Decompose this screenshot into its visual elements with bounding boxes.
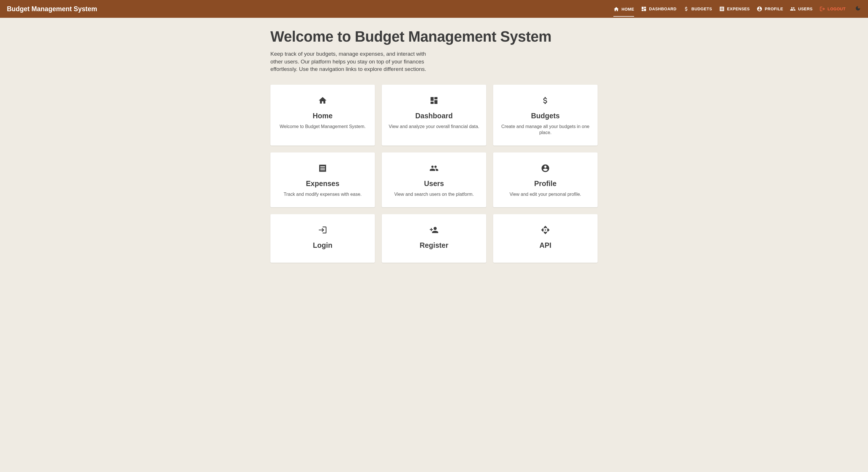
card-title: API xyxy=(500,241,591,249)
dashboard-icon xyxy=(641,6,647,12)
dashboard-icon xyxy=(429,96,439,106)
nav-label: LOGOUT xyxy=(828,7,846,11)
account-circle-icon xyxy=(540,164,550,173)
account-circle-icon xyxy=(756,6,763,12)
person-add-icon xyxy=(429,225,439,235)
card-title: Budgets xyxy=(500,112,591,120)
card-profile[interactable]: Profile View and edit your personal prof… xyxy=(493,152,598,207)
receipt-icon xyxy=(318,164,328,173)
card-expenses[interactable]: Expenses Track and modify expenses with … xyxy=(270,152,375,207)
card-description: Create and manage all your budgets in on… xyxy=(500,123,591,136)
card-title: Register xyxy=(389,241,479,249)
card-register[interactable]: Register xyxy=(382,214,486,263)
card-title: Home xyxy=(277,112,368,120)
nav-label: PROFILE xyxy=(765,7,783,11)
moon-icon xyxy=(855,5,861,12)
page-title: Welcome to Budget Management System xyxy=(270,28,598,45)
dollar-icon xyxy=(540,96,550,106)
card-description: View and search users on the platform. xyxy=(389,191,479,198)
logout-icon xyxy=(819,6,825,12)
people-icon xyxy=(790,6,796,12)
card-title: Users xyxy=(389,179,479,188)
login-icon xyxy=(318,225,328,235)
card-users[interactable]: Users View and search users on the platf… xyxy=(382,152,486,207)
receipt-icon xyxy=(719,6,725,12)
card-title: Profile xyxy=(500,179,591,188)
card-api[interactable]: API xyxy=(493,214,598,263)
card-login[interactable]: Login xyxy=(270,214,375,263)
nav-logout[interactable]: LOGOUT xyxy=(819,5,846,13)
card-description: View and analyze your overall financial … xyxy=(389,123,479,130)
card-home[interactable]: Home Welcome to Budget Management System… xyxy=(270,85,375,146)
page-description: Keep track of your budgets, manage expen… xyxy=(270,50,431,73)
nav-home[interactable]: HOME xyxy=(613,5,634,17)
card-budgets[interactable]: Budgets Create and manage all your budge… xyxy=(493,85,598,146)
card-title: Login xyxy=(277,241,368,249)
cards-grid: Home Welcome to Budget Management System… xyxy=(270,85,598,263)
card-description: View and edit your personal profile. xyxy=(500,191,591,198)
nav-budgets[interactable]: BUDGETS xyxy=(683,5,712,13)
nav-label: HOME xyxy=(621,7,634,11)
dollar-icon xyxy=(683,6,689,12)
api-icon xyxy=(540,225,550,235)
card-title: Expenses xyxy=(277,179,368,188)
card-title: Dashboard xyxy=(389,112,479,120)
nav-users[interactable]: USERS xyxy=(790,5,813,13)
nav-label: BUDGETS xyxy=(691,7,712,11)
nav-label: USERS xyxy=(798,7,813,11)
people-icon xyxy=(429,164,439,173)
nav-label: EXPENSES xyxy=(727,7,750,11)
nav-label: DASHBOARD xyxy=(649,7,677,11)
nav-dashboard[interactable]: DASHBOARD xyxy=(641,5,677,13)
home-icon xyxy=(318,96,328,106)
nav-expenses[interactable]: EXPENSES xyxy=(719,5,750,13)
main-container: Welcome to Budget Management System Keep… xyxy=(270,18,598,274)
nav-profile[interactable]: PROFILE xyxy=(756,5,783,13)
app-brand[interactable]: Budget Management System xyxy=(7,5,97,13)
card-dashboard[interactable]: Dashboard View and analyze your overall … xyxy=(382,85,486,146)
navbar: Budget Management System HOME DASHBOARD … xyxy=(0,0,868,18)
theme-toggle[interactable] xyxy=(855,6,861,12)
card-description: Welcome to Budget Management System. xyxy=(277,123,368,130)
card-description: Track and modify expenses with ease. xyxy=(277,191,368,198)
nav-items: HOME DASHBOARD BUDGETS EXPENSES PROFILE xyxy=(613,5,861,13)
home-icon xyxy=(613,6,619,12)
